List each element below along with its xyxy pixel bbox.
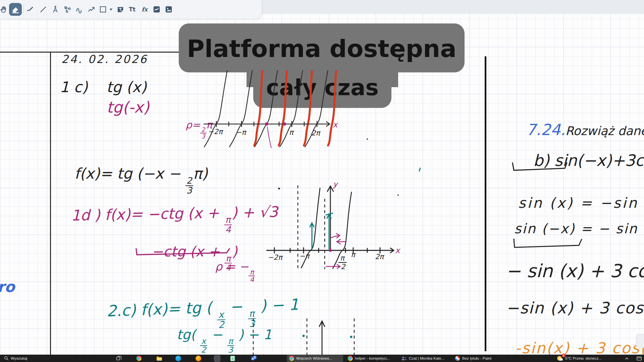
taskbar-translate-button[interactable] [249,355,259,362]
curve-icon [75,5,84,14]
page-divider-line [485,56,486,351]
taskbar-edge-button[interactable] [173,355,183,362]
taskbar-search[interactable]: Wyszukaj [2,355,29,362]
work2c-n2: π [228,337,233,345]
right-line3: − sin (x) + 3 cos( [506,262,644,280]
window-label: Wojciech Wiśniews... [296,356,332,360]
hand-tool-button[interactable] [0,5,8,14]
note-text-icon [116,5,125,14]
graph-tangent-1: −2π −π π 2π x [198,70,339,148]
teams-people-icon [401,356,407,361]
toolbar-separator [23,4,24,15]
right-line2: sin (−x) = − sin ( [514,222,644,235]
rho2-den: 4 [249,276,255,283]
taskbar-dark-app-button[interactable] [212,355,222,362]
drawing-toolbar: Tt fx [0,0,262,19]
work2c-frac2: π3 [227,337,234,354]
line-tool-button[interactable] [39,5,48,14]
graph1-label-2pi: 2π [311,129,321,137]
graph2-axes [267,186,394,253]
f1-b: π) [193,165,208,182]
graph1-labels: −2π −π π 2π [208,128,321,137]
search-label: Wyszukaj [11,356,27,360]
task-view-icon [116,356,121,361]
work2c-d1: 2 [200,345,207,354]
graph-tangent-3-partial [248,317,362,355]
compass-icon [51,5,60,14]
margin-scribble: ro [0,280,15,294]
chrome-icon [347,356,353,361]
line-icon [39,5,48,14]
note-ex1c-reflected: tg(-x) [107,100,149,115]
graph2-label-neg2pi: −2π [268,253,283,261]
graph2-x-axis-label: x [395,246,401,255]
weather-label: 5°C Przew. słonecz... [565,356,602,360]
window-label: Bez tytułu - Paint [462,356,491,360]
right-line4: −sin (x) + 3 cos( [506,300,644,316]
taskbar-chrome-icon-button[interactable] [134,355,144,362]
taskbar-spreadsheet-button[interactable] [228,355,237,362]
hand-icon [0,5,8,14]
chart-tool-button[interactable] [152,5,161,14]
page-margin-vertical-line [50,52,51,355]
graph3-teal-dot-2 [350,336,353,338]
taskbar-tray-window-icon[interactable] [635,355,644,362]
graph2-label-2pi: 2π [375,253,384,261]
trend-arrow-tool-button[interactable] [87,5,96,14]
rectangle-dropdown-button[interactable] [109,5,113,14]
note-date: 24. 02. 2026 [61,54,148,65]
formula-tool-button[interactable]: fx [141,5,151,14]
taskbar-firefox-button[interactable] [194,355,203,362]
paint-icon [455,356,460,361]
banner-text-1: Platforma dostępna [187,35,457,63]
spreadsheet-icon [230,356,235,361]
ex1d-num: π [225,216,230,225]
exercise-title: Rozwiąż dane równania [566,124,644,138]
rectangle-tool-button[interactable] [99,5,107,14]
canvas-side-button[interactable] [636,334,644,348]
ex2c-b: − [224,297,248,316]
rectangle-icon [99,5,107,14]
chevron-down-icon [109,5,113,14]
graph3-teal-dot-1 [303,335,305,337]
curve-tool-button[interactable] [75,5,84,14]
graph2-labels: −2π −π π 2π π 2 [268,251,384,271]
text-tool-button[interactable]: Tt [128,5,139,14]
nodes-icon [63,5,72,14]
ex2c-c: ) − 1 [255,295,299,315]
taskbar-window-paint[interactable]: Bez tytułu - Paint [453,355,506,362]
image-tool-button[interactable] [164,5,173,14]
graph1-label-negpi: −π [236,128,247,136]
firefox-icon [196,356,201,361]
work2c-n1: x [201,337,206,345]
graph1-label-neg2pi: −2π [208,128,223,136]
image-icon [164,5,173,14]
compass-tool-button[interactable] [51,5,60,14]
taskbar-weather-widget[interactable]: 2 5°C Przew. słonecz... [555,355,604,362]
note-text-tool-button[interactable] [116,5,125,14]
right-line1: sin (x) = −sin ( [518,196,644,210]
taskbar-window-browser-2[interactable]: helper - korepetyci... [345,355,402,362]
graph2-origin-dot [329,249,332,252]
taskbar-tray-chevron[interactable] [623,355,631,362]
chrome-icon [136,356,142,361]
eraser-tool-button-selected[interactable] [9,3,22,16]
taskbar-task-view-button[interactable] [114,355,123,362]
tg-reflected-branches [254,70,337,145]
shift-dot [283,122,286,126]
rho2-pre: ρ = − [215,260,249,273]
graph2-label-pi: π [351,251,356,259]
nodes-tool-button[interactable] [63,5,72,14]
f1-a: f(x)= tg (−x − [74,165,185,182]
taskbar-window-teams-chat[interactable]: Czat | Monika Kale... [399,355,455,362]
rho2-num: π [250,269,254,276]
graph2-label-negpi: −π [299,252,310,260]
taskbar-folder-button[interactable] [154,355,164,362]
tray-window-icon [637,356,642,361]
graph3-y-axis [319,321,325,355]
pen-tool-button[interactable] [26,5,35,14]
taskbar-window-browser-1[interactable]: Wojciech Wiśniews... [287,355,343,362]
exercise-number: 7.24. [526,121,566,139]
f1-num: 2 [186,176,192,185]
graph2-y-axis-label: y [333,183,339,189]
